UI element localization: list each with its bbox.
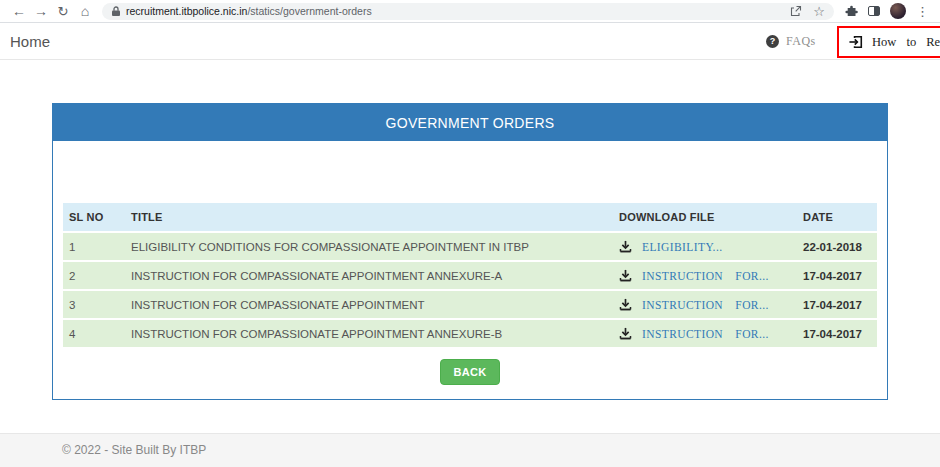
file-link[interactable]: ELIGIBILITY... [642, 241, 722, 253]
faqs-link[interactable]: ? FAQs [766, 23, 816, 59]
col-header-date: DATE [797, 203, 877, 232]
forward-icon[interactable]: → [30, 4, 52, 18]
download-icon[interactable] [619, 240, 632, 253]
site-footer: © 2022 - Site Built By ITBP [0, 433, 940, 467]
download-icon[interactable] [619, 269, 632, 282]
file-link[interactable]: INSTRUCTION FOR... [642, 328, 769, 340]
orders-table: SL NO TITLE DOWNLOAD FILE DATE 1 ELIGIBI… [63, 203, 877, 347]
sign-in-icon [848, 35, 863, 49]
table-row: 1 ELIGIBILITY CONDITIONS FOR COMPASSIONA… [63, 232, 877, 261]
cell-date: 17-04-2017 [797, 261, 877, 290]
address-bar[interactable]: recruitment.itbpolice.nic.in/statics/gov… [102, 3, 834, 20]
side-panel-icon[interactable] [868, 6, 880, 16]
faqs-label: FAQs [786, 34, 816, 49]
browser-toolbar: ← → ↻ ⌂ recruitment.itbpolice.nic.in/sta… [0, 0, 940, 23]
table-row: 4 INSTRUCTION FOR COMPASSIONATE APPOINTM… [63, 319, 877, 347]
download-icon[interactable] [619, 298, 632, 311]
cell-date: 22-01-2018 [797, 232, 877, 261]
back-button[interactable]: BACK [440, 359, 501, 385]
col-header-title: TITLE [125, 203, 613, 232]
cell-slno: 1 [63, 232, 125, 261]
cell-date: 17-04-2017 [797, 319, 877, 347]
file-link[interactable]: INSTRUCTION FOR... [642, 299, 769, 311]
bookmark-star-icon[interactable]: ☆ [813, 5, 825, 18]
reload-icon[interactable]: ↻ [52, 5, 74, 18]
cell-title: INSTRUCTION FOR COMPASSIONATE APPOINTMEN… [125, 319, 613, 347]
profile-avatar[interactable] [890, 3, 906, 19]
file-link[interactable]: INSTRUCTION FOR... [642, 270, 769, 282]
extensions-icon[interactable] [845, 5, 858, 18]
lock-icon [111, 6, 121, 17]
panel-title: GOVERNMENT ORDERS [53, 104, 887, 141]
question-circle-icon: ? [766, 35, 779, 48]
back-icon[interactable]: ← [8, 4, 30, 18]
how-to-register-label: How to Register [872, 35, 940, 50]
home-icon[interactable]: ⌂ [74, 4, 96, 18]
table-header-row: SL NO TITLE DOWNLOAD FILE DATE [63, 203, 877, 232]
cell-date: 17-04-2017 [797, 290, 877, 319]
menu-dots-icon[interactable]: ⋮ [916, 5, 929, 18]
home-link[interactable]: Home [10, 33, 50, 50]
download-icon[interactable] [619, 327, 632, 340]
share-icon[interactable] [790, 5, 802, 17]
how-to-register-link[interactable]: How to Register [837, 26, 940, 58]
site-header: Home ? FAQs How to Register [0, 23, 940, 60]
col-header-slno: SL NO [63, 203, 125, 232]
cell-title: INSTRUCTION FOR COMPASSIONATE APPOINTMEN… [125, 290, 613, 319]
copyright-text: © 2022 - Site Built By ITBP [62, 443, 206, 457]
cell-slno: 4 [63, 319, 125, 347]
cell-slno: 2 [63, 261, 125, 290]
cell-slno: 3 [63, 290, 125, 319]
col-header-download: DOWNLOAD FILE [613, 203, 797, 232]
url-text: recruitment.itbpolice.nic.in/statics/gov… [126, 5, 372, 17]
cell-title: INSTRUCTION FOR COMPASSIONATE APPOINTMEN… [125, 261, 613, 290]
government-orders-panel: GOVERNMENT ORDERS SL NO TITLE DOWNLOAD F… [52, 103, 888, 400]
cell-title: ELIGIBILITY CONDITIONS FOR COMPASSIONATE… [125, 232, 613, 261]
table-row: 3 INSTRUCTION FOR COMPASSIONATE APPOINTM… [63, 290, 877, 319]
table-row: 2 INSTRUCTION FOR COMPASSIONATE APPOINTM… [63, 261, 877, 290]
